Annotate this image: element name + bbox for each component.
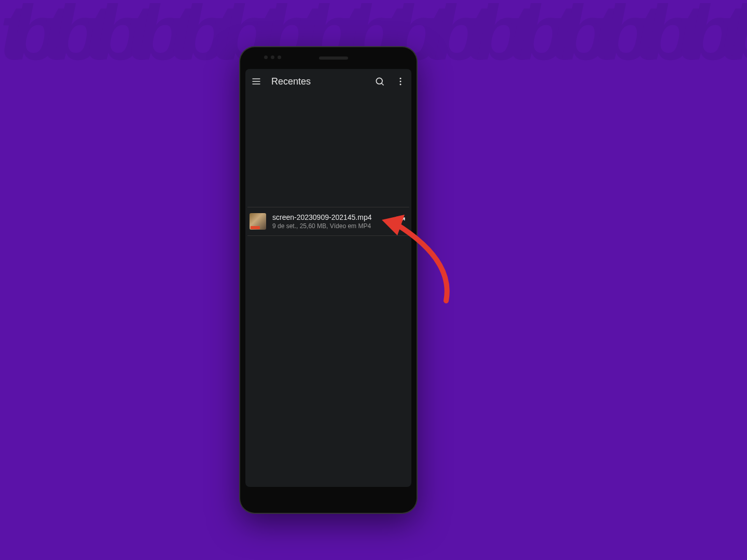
phone-frame: Recentes screen-20230909-202145.mp4 9 de… <box>240 47 417 513</box>
file-row[interactable]: screen-20230909-202145.mp4 9 de set., 25… <box>245 207 411 235</box>
expand-icon[interactable] <box>395 215 407 228</box>
sensor-dots <box>264 55 281 59</box>
page-title: Recentes <box>271 76 365 87</box>
video-thumbnail <box>250 213 266 230</box>
file-text: screen-20230909-202145.mp4 9 de set., 25… <box>272 213 389 230</box>
svg-point-6 <box>400 81 402 82</box>
svg-line-4 <box>382 83 384 86</box>
phone-screen: Recentes screen-20230909-202145.mp4 9 de… <box>245 69 411 487</box>
svg-point-5 <box>400 78 402 79</box>
menu-icon[interactable] <box>251 76 262 87</box>
file-meta: 9 de set., 25,60 MB, Vídeo em MP4 <box>272 222 389 230</box>
svg-point-7 <box>400 83 402 85</box>
speaker-grill <box>319 57 348 60</box>
divider <box>247 235 409 236</box>
app-bar: Recentes <box>245 69 411 94</box>
svg-point-3 <box>376 78 382 84</box>
file-list: screen-20230909-202145.mp4 9 de set., 25… <box>245 207 411 236</box>
search-icon[interactable] <box>374 76 385 87</box>
file-name: screen-20230909-202145.mp4 <box>272 213 389 221</box>
more-vert-icon[interactable] <box>395 76 406 87</box>
phone-top-bezel <box>240 47 417 69</box>
